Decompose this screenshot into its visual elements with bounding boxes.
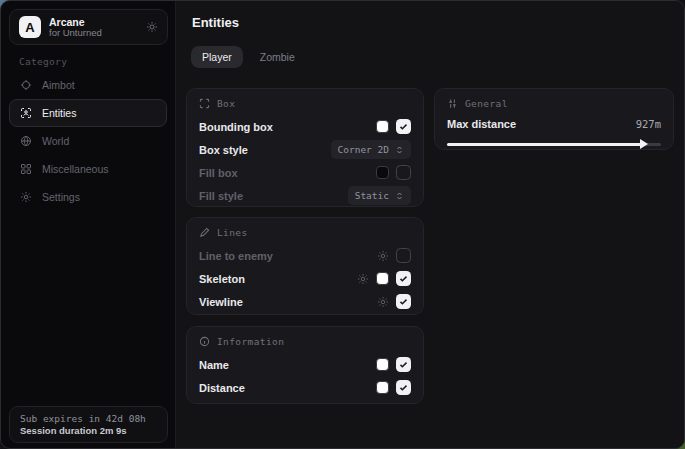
sidebar-item-label: Entities — [42, 107, 76, 119]
box-section-card: Box Bounding box Box style Corner 2D — [186, 88, 424, 207]
sub-expiry-text: Sub expires in 42d 08h — [20, 413, 157, 424]
setting-row-name: Name — [199, 353, 411, 376]
max-distance-slider[interactable] — [447, 139, 661, 149]
app-name: Arcane — [49, 16, 138, 28]
pencil-icon — [199, 227, 210, 238]
distance-checkbox[interactable] — [396, 380, 411, 395]
sidebar-item-miscellaneous[interactable]: Miscellaneous — [9, 155, 167, 183]
section-title: Information — [217, 336, 284, 347]
section-title: Box — [217, 98, 235, 109]
setting-row-line-to-enemy: Line to enemy — [199, 244, 411, 267]
gear-icon[interactable] — [357, 273, 369, 285]
color-swatch[interactable] — [376, 272, 389, 285]
color-swatch[interactable] — [376, 381, 389, 394]
slider-thumb[interactable] — [640, 139, 648, 149]
line-to-enemy-checkbox[interactable] — [396, 248, 411, 263]
setting-row-viewline: Viewline — [199, 290, 411, 313]
category-label: Category — [19, 56, 67, 67]
color-swatch[interactable] — [376, 120, 389, 133]
app-logo-card: A Arcane for Unturned — [9, 9, 168, 45]
fill-style-dropdown[interactable]: Static — [348, 186, 411, 205]
viewline-checkbox[interactable] — [396, 294, 411, 309]
information-section-card: Information Name Distance — [186, 326, 424, 404]
sidebar: A Arcane for Unturned Category Aimbot — [1, 1, 176, 448]
fill-box-checkbox[interactable] — [396, 165, 411, 180]
main-content: Entities Player Zombie Box Bounding box — [177, 1, 684, 448]
name-checkbox[interactable] — [396, 357, 411, 372]
box-select-icon — [199, 98, 210, 109]
globe-icon — [19, 135, 32, 147]
arcane-window: A Arcane for Unturned Category Aimbot — [0, 0, 685, 449]
gear-icon[interactable] — [377, 296, 389, 308]
sidebar-item-settings[interactable]: Settings — [9, 183, 167, 211]
tab-player[interactable]: Player — [191, 46, 243, 68]
crosshair-icon — [19, 79, 32, 91]
color-swatch[interactable] — [376, 166, 389, 179]
sidebar-item-world[interactable]: World — [9, 127, 167, 155]
grid-icon — [19, 163, 32, 175]
color-swatch[interactable] — [376, 358, 389, 371]
chevron-up-down-icon — [395, 145, 404, 155]
tab-zombie[interactable]: Zombie — [249, 46, 306, 68]
scan-entity-icon — [19, 107, 32, 119]
session-duration-text: Session duration 2m 9s — [20, 425, 157, 436]
sidebar-item-label: Settings — [42, 191, 80, 203]
bounding-box-checkbox[interactable] — [396, 119, 411, 134]
setting-row-fill-box: Fill box — [199, 161, 411, 184]
gear-icon[interactable] — [377, 250, 389, 262]
app-logo: A — [19, 16, 41, 38]
setting-row-skeleton: Skeleton — [199, 267, 411, 290]
gear-icon[interactable] — [146, 21, 158, 33]
section-title: General — [465, 98, 508, 109]
sidebar-item-label: Aimbot — [42, 79, 75, 91]
setting-row-fill-style: Fill style Static — [199, 184, 411, 207]
sidebar-item-aimbot[interactable]: Aimbot — [9, 71, 167, 99]
sidebar-item-label: World — [42, 135, 69, 147]
sidebar-item-entities[interactable]: Entities — [9, 99, 167, 127]
general-section-card: General Max distance 927m — [434, 88, 674, 150]
page-title: Entities — [192, 15, 239, 30]
setting-row-bounding-box: Bounding box — [199, 115, 411, 138]
sidebar-item-label: Miscellaneous — [42, 163, 109, 175]
info-icon — [199, 336, 210, 347]
sliders-icon — [447, 98, 458, 109]
lines-section-card: Lines Line to enemy Skeleton — [186, 217, 424, 315]
app-subtitle: for Unturned — [49, 28, 138, 39]
setting-row-max-distance: Max distance 927m — [447, 115, 661, 133]
box-style-dropdown[interactable]: Corner 2D — [331, 140, 411, 159]
subscription-info-card: Sub expires in 42d 08h Session duration … — [9, 406, 168, 443]
gear-icon — [19, 191, 32, 203]
setting-row-box-style: Box style Corner 2D — [199, 138, 411, 161]
setting-row-distance: Distance — [199, 376, 411, 399]
section-title: Lines — [217, 227, 248, 238]
max-distance-value: 927m — [636, 118, 661, 130]
chevron-up-down-icon — [395, 191, 404, 201]
skeleton-checkbox[interactable] — [396, 271, 411, 286]
entity-tabs: Player Zombie — [191, 46, 306, 68]
sidebar-nav: Aimbot Entities World Miscellaneous — [9, 71, 167, 211]
